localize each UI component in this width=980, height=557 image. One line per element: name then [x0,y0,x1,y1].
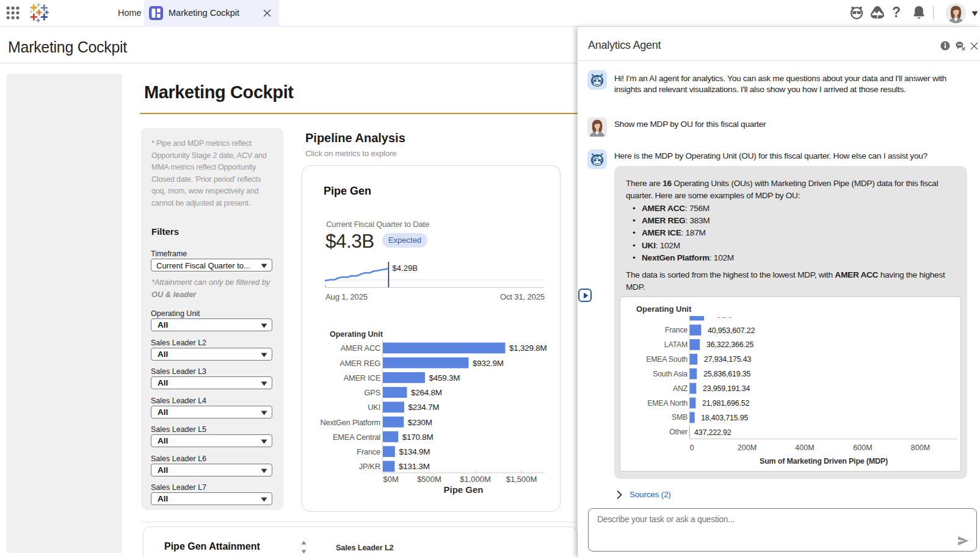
svg-text:$932.9M: $932.9M [473,359,504,368]
svg-text:800M: 800M [911,444,930,452]
svg-text:$131.3M: $131.3M [399,462,430,471]
svg-text:200M: 200M [738,444,757,452]
svg-text:South Asia: South Asia [653,370,688,378]
svg-text:EMEA Central: EMEA Central [333,433,380,442]
svg-text:$1,000M: $1,000M [460,475,491,484]
svg-text:$234.7M: $234.7M [408,403,440,412]
svg-text:23,959,191.34: 23,959,191.34 [703,384,750,393]
svg-text:UKI: UKI [368,403,380,412]
svg-text:ANZ: ANZ [673,384,688,393]
svg-text:Pipe Gen: Pipe Gen [443,484,483,495]
svg-text:France: France [665,326,688,334]
svg-text:18,403,715.95: 18,403,715.95 [701,414,749,422]
svg-text:LATAM: LATAM [664,340,688,349]
svg-text:25,836,619.35: 25,836,619.35 [703,370,751,378]
svg-text:40,953,607.22: 40,953,607.22 [708,326,755,335]
svg-text:AMER ICE: AMER ICE [344,373,380,383]
svg-text:AMER REG: AMER REG [339,359,380,368]
svg-text:EMEA North: EMEA North [647,399,688,408]
svg-text:Sum of Marketing Driven Pipe (: Sum of Marketing Driven Pipe (MDP) [760,457,888,465]
svg-text:0: 0 [690,444,694,452]
svg-text:$459.3M: $459.3M [429,373,460,383]
svg-text:Operating Unit: Operating Unit [330,330,383,339]
svg-text:$134.9M: $134.9M [399,447,430,456]
svg-text:27,934,175.43: 27,934,175.43 [704,355,752,364]
svg-text:SMB: SMB [672,413,688,422]
svg-text:$0M: $0M [383,475,399,484]
svg-text:NextGen Platform: NextGen Platform [320,418,380,427]
svg-text:Aug 1, 2025: Aug 1, 2025 [325,292,368,301]
svg-text:.. ... ..: .. ... .. [717,312,731,319]
svg-text:JP/KR: JP/KR [359,462,380,471]
svg-text:36,322,366.25: 36,322,366.25 [706,340,754,349]
svg-text:600M: 600M [853,444,872,452]
svg-text:AMER ACC: AMER ACC [341,343,380,353]
svg-text:21,981,696.52: 21,981,696.52 [702,399,750,408]
svg-text:GPS: GPS [365,388,380,397]
svg-text:$170.8M: $170.8M [402,433,434,442]
svg-text:437,222.92: 437,222.92 [694,428,731,437]
svg-text:France: France [357,447,380,456]
svg-text:$1,329.8M: $1,329.8M [509,343,547,353]
svg-text:$264.8M: $264.8M [411,388,442,397]
svg-text:$500M: $500M [417,475,441,484]
svg-text:Oct 31, 2025: Oct 31, 2025 [500,292,545,301]
svg-text:$4.29B: $4.29B [393,264,418,273]
svg-text:Operating Unit: Operating Unit [636,304,692,314]
svg-text:$230M: $230M [408,418,432,427]
svg-text:Other: Other [669,428,688,436]
svg-text:EMEA South: EMEA South [646,355,688,364]
svg-text:400M: 400M [795,444,814,452]
svg-text:$1,500M: $1,500M [506,475,537,484]
